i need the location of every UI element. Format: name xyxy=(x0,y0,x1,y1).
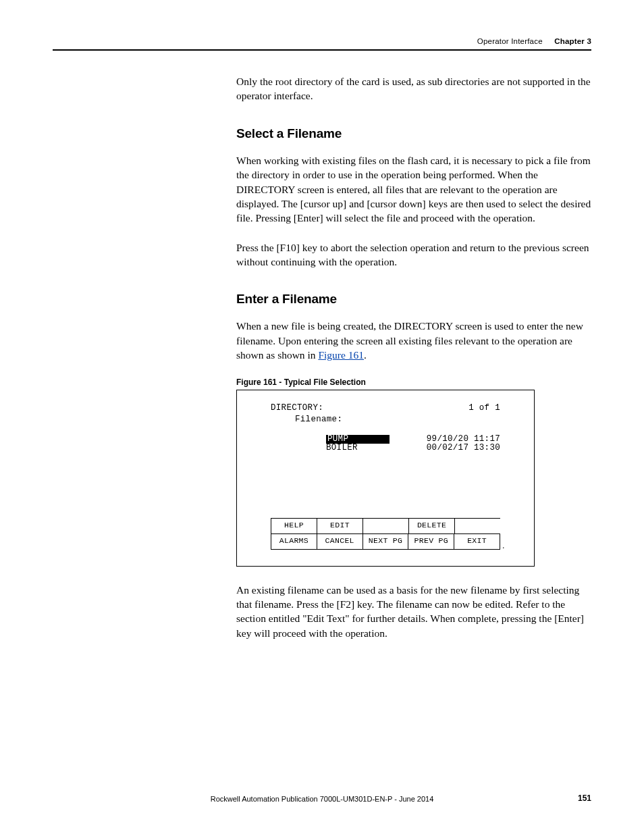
softkey-help: HELP xyxy=(271,519,317,533)
softkey-exit: EXIT xyxy=(454,534,500,549)
file-list: PUMP 99/10/20 11:17 BOILER 00/02/17 13:3… xyxy=(271,435,500,452)
softkey-prev-pg: PREV PG xyxy=(408,534,454,549)
page-indicator: 1 of 1 xyxy=(468,404,500,413)
file-name: BOILER xyxy=(326,444,387,452)
directory-label: DIRECTORY: xyxy=(271,404,323,413)
page-header: Operator Interface Chapter 3 xyxy=(53,37,591,51)
enter-paragraph: When a new file is being created, the DI… xyxy=(236,319,591,362)
corner-dot: . xyxy=(502,544,506,551)
figure-161: DIRECTORY: 1 of 1 Filename: PUMP 99/10/2… xyxy=(236,390,535,567)
file-date: 99/10/20 11:17 xyxy=(427,435,500,444)
intro-paragraph: Only the root directory of the card is u… xyxy=(236,74,591,103)
figure-caption: Figure 161 - Typical File Selection xyxy=(236,377,591,387)
figure-link[interactable]: Figure 161 xyxy=(318,349,364,361)
post-figure-paragraph: An existing filename can be used as a ba… xyxy=(236,583,591,641)
enter-paragraph-text-a: When a new file is being created, the DI… xyxy=(236,320,583,361)
softkey-alarms: ALARMS xyxy=(271,534,317,549)
softkey-delete: DELETE xyxy=(409,519,455,533)
header-section: Operator Interface xyxy=(477,37,543,45)
softkey-grid: HELP EDIT DELETE ALARMS CANCEL NEXT PG P… xyxy=(271,518,500,550)
select-paragraph-1: When working with existing files on the … xyxy=(236,153,591,226)
softkey-blank xyxy=(363,519,409,533)
filename-row: Filename: xyxy=(295,415,500,424)
terminal-screen: DIRECTORY: 1 of 1 Filename: PUMP 99/10/2… xyxy=(271,404,500,550)
file-date: 00/02/17 13:30 xyxy=(427,444,500,452)
heading-select-filename: Select a Filename xyxy=(236,126,591,141)
softkey-edit: EDIT xyxy=(317,519,363,533)
file-row: PUMP 99/10/20 11:17 xyxy=(271,435,500,444)
footer-publication: Rockwell Automation Publication 7000L-UM… xyxy=(53,795,591,803)
file-row: BOILER 00/02/17 13:30 xyxy=(271,444,500,452)
enter-paragraph-text-b: . xyxy=(364,349,367,361)
file-name-selected: PUMP xyxy=(326,435,390,444)
softkey-row-top: HELP EDIT DELETE xyxy=(271,518,500,533)
softkey-next-pg: NEXT PG xyxy=(363,534,409,549)
page-number: 151 xyxy=(578,793,591,803)
softkey-cancel: CANCEL xyxy=(317,534,363,549)
select-paragraph-2: Press the [F10] key to abort the selecti… xyxy=(236,240,591,269)
screen-header-row: DIRECTORY: 1 of 1 xyxy=(271,404,500,413)
heading-enter-filename: Enter a Filename xyxy=(236,292,591,307)
softkey-row-bottom: ALARMS CANCEL NEXT PG PREV PG EXIT xyxy=(271,533,500,550)
content-area: Only the root directory of the card is u… xyxy=(236,74,591,655)
filename-label: Filename: xyxy=(295,415,342,424)
header-chapter: Chapter 3 xyxy=(554,37,591,45)
softkey-blank xyxy=(455,519,500,533)
